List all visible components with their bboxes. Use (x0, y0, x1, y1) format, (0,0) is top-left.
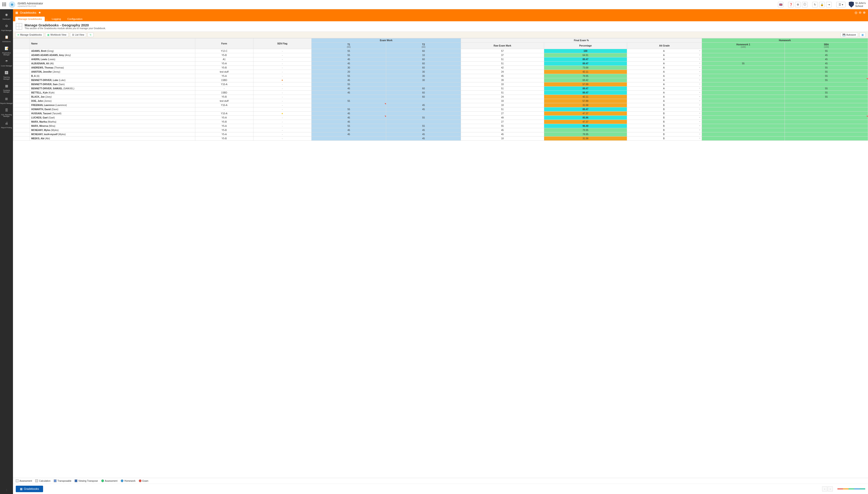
t1-cell[interactable]: 45 (311, 78, 386, 82)
sidebar-item-pupil-manager[interactable]: ⚙Pupil Manager (0, 21, 13, 33)
close-icon[interactable]: ⊗ (863, 11, 866, 14)
raw-cell[interactable]: 27 (461, 112, 544, 116)
att-cell[interactable]: A▾ (627, 49, 702, 53)
att-cell[interactable]: A▾ (627, 99, 702, 103)
att-cell[interactable]: B▾ (627, 120, 702, 124)
form-cell[interactable]: 1SBD (195, 91, 253, 95)
t1-cell[interactable] (311, 136, 386, 141)
table-row[interactable]: AHERN, Lewis (Lewis)A1-45605189.47A▾45 (13, 57, 868, 61)
sidebar-item-timetable[interactable]: ▦Timetable Manager (0, 81, 13, 94)
student-name[interactable]: BLACK, Joe (Joey) (30, 95, 195, 99)
list-view-button[interactable]: ☰List View (70, 33, 86, 37)
workbook-view-button[interactable]: ▦Workbook View (45, 33, 68, 37)
student-name[interactable]: ADAMS ADAMS ADAMS, Amy (Amy) (30, 53, 195, 57)
pct-cell[interactable]: 42.11 (544, 70, 627, 74)
refresh-button[interactable]: ↻ (88, 33, 94, 37)
t1-cell[interactable]: 55 (311, 124, 386, 128)
t2-cell[interactable] (386, 112, 461, 116)
sen-cell[interactable]: ★ (253, 78, 311, 82)
pct-cell[interactable]: 89.47 (544, 107, 627, 112)
sba-cell[interactable] (785, 82, 868, 87)
hw1-cell[interactable] (702, 53, 785, 57)
att-cell[interactable]: A▾ (627, 91, 702, 95)
sba-cell[interactable] (785, 112, 868, 116)
student-name[interactable]: LUCHESI, Gael (Gael) (30, 116, 195, 120)
minimize-icon[interactable]: ⊖ (859, 11, 862, 14)
student-name[interactable]: BETTELL, Kyle (Kyle) (30, 91, 195, 95)
pct-cell[interactable]: 89.47 (544, 87, 627, 91)
sba-cell[interactable] (785, 136, 868, 141)
student-name[interactable]: FREEMAN, Lawrence (Lawrence) (30, 103, 195, 107)
raw-cell[interactable]: 33 (461, 82, 544, 87)
t1-cell[interactable]: 20 (311, 70, 386, 74)
form-cell[interactable]: Y10-A (195, 82, 253, 87)
t1-cell[interactable]: 45 (311, 116, 386, 120)
raw-cell[interactable]: 24 (461, 95, 544, 99)
columns-button[interactable]: ▦ (860, 33, 866, 37)
favorite-star-icon[interactable]: ★ (38, 11, 41, 14)
sen-cell[interactable]: - (253, 91, 311, 95)
sba-cell[interactable] (785, 128, 868, 132)
hw1-cell[interactable] (702, 57, 785, 61)
form-cell[interactable]: Y5-A (195, 116, 253, 120)
student-name[interactable]: ADAMS, Brett (Greg) (30, 49, 195, 53)
hw1-cell[interactable] (702, 107, 785, 112)
student-name[interactable]: BENNETT-DRIVER, Luke (Luke) (30, 78, 195, 82)
pct-cell[interactable]: 64.91 (544, 53, 627, 57)
form-cell[interactable]: Y5-B (195, 66, 253, 70)
pct-cell[interactable]: 100 (544, 49, 627, 53)
table-row[interactable]: B, A (A)Y5-A-55304578.95A▾55 (13, 74, 868, 78)
hw1-cell[interactable] (702, 136, 785, 141)
raw-cell[interactable]: 57 (461, 49, 544, 53)
table-row[interactable]: HUSSAIN, Tanzeel (Tanzeél)Y10-A★452747.3… (13, 112, 868, 116)
att-cell[interactable]: B▾ (627, 136, 702, 141)
t2-cell[interactable]: 45 (386, 107, 461, 112)
raw-cell[interactable]: 27 (461, 120, 544, 124)
sba-cell[interactable]: 55 (785, 49, 868, 53)
student-name[interactable]: DOE, John (Jonno) (30, 99, 195, 103)
nav-next-button[interactable]: › (828, 486, 833, 491)
sen-cell[interactable]: - (253, 116, 311, 120)
avatar[interactable] (9, 1, 15, 8)
raw-cell[interactable]: 37 (461, 53, 544, 57)
pct-cell[interactable]: 31.58 (544, 103, 627, 107)
raw-cell[interactable]: 42 (461, 66, 544, 70)
col-name[interactable]: Name (30, 38, 195, 49)
sidebar-item-teaching[interactable]: 🅰Teaching Manager (0, 68, 13, 81)
hw1-cell[interactable] (702, 103, 785, 107)
tab-logging[interactable]: Logging (49, 17, 64, 21)
sba-cell[interactable] (785, 99, 868, 103)
pct-cell[interactable]: 78.95 (544, 132, 627, 136)
tab-manage-gradebooks[interactable]: Manage Gradebooks (15, 17, 45, 21)
t1-cell[interactable]: 55 (311, 107, 386, 112)
pct-cell[interactable]: 78.95 (544, 128, 627, 132)
autosave-button[interactable]: 💾Autosave (840, 33, 858, 37)
pct-cell[interactable]: 78.95 (544, 74, 627, 78)
sba-cell[interactable]: 45 (785, 53, 868, 57)
t1-cell[interactable]: 45 (311, 132, 386, 136)
att-cell[interactable]: B▾ (627, 112, 702, 116)
att-cell[interactable]: A▾ (627, 82, 702, 87)
t1-cell[interactable]: 45 (311, 91, 386, 95)
att-cell[interactable]: B▾ (627, 116, 702, 120)
table-row[interactable]: ANISTON, Jennifer (Jenny)test stuff-2030… (13, 70, 868, 74)
sba-cell[interactable] (785, 120, 868, 124)
sidebar-item-sql-reporting[interactable]: 🗄SQL Reporting Manager (0, 106, 13, 119)
t1-cell[interactable]: 55 (311, 49, 386, 53)
t1-cell[interactable]: 45 (311, 128, 386, 132)
t2-cell[interactable]: 45 (386, 132, 461, 136)
list-dropdown-icon[interactable]: ☰ ▾ (836, 2, 846, 7)
pct-cell[interactable]: 89.47 (544, 57, 627, 61)
form-cell[interactable]: test stuff (195, 70, 253, 74)
table-row[interactable]: BETTELL, Kyle (Kyle)1SBD-45605189.47A▾55 (13, 91, 868, 95)
student-name[interactable]: BENNETT-DRIVER, Sam (Sam) (30, 82, 195, 87)
t2-cell[interactable]: 60 (386, 91, 461, 95)
raw-cell[interactable]: 51 (461, 87, 544, 91)
pct-cell[interactable]: 73.68 (544, 66, 627, 70)
hw1-cell[interactable] (702, 120, 785, 124)
t2-cell[interactable]: 55 (386, 116, 461, 120)
table-row[interactable]: ANDREWS, Thomas (Thomas)Y5-B-30604273.68… (13, 66, 868, 70)
hw1-cell[interactable] (702, 49, 785, 53)
t2-cell[interactable]: 30 (386, 78, 461, 82)
raw-cell[interactable]: 18 (461, 103, 544, 107)
